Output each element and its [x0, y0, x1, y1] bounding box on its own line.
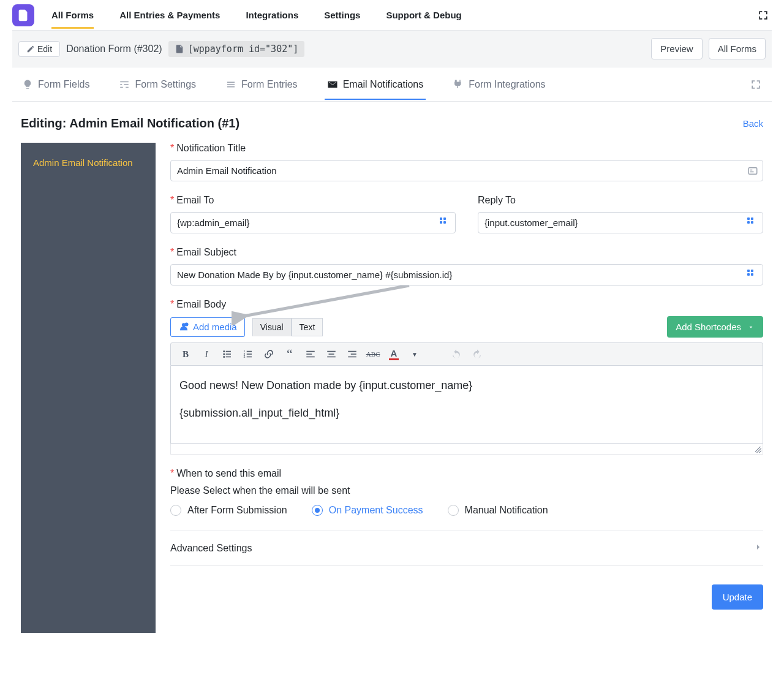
tab-form-settings[interactable]: Form Settings [116, 69, 198, 100]
text-color-dropdown[interactable]: ▼ [409, 348, 421, 360]
radio-after-submission[interactable]: After Form Submission [170, 505, 287, 516]
advanced-settings-label: Advanced Settings [170, 543, 252, 554]
add-media-label: Add media [193, 322, 237, 332]
svg-rect-2 [750, 169, 753, 170]
notification-title-input[interactable] [170, 160, 763, 181]
align-center-button[interactable] [325, 348, 337, 360]
top-tab-all-forms[interactable]: All Forms [51, 1, 94, 29]
plug-icon [453, 79, 464, 90]
align-right-button[interactable] [346, 348, 358, 360]
undo-button[interactable] [450, 348, 462, 360]
shortcode-chip[interactable]: [wppayform id="302"] [168, 41, 305, 57]
number-list-button[interactable]: 123 [242, 348, 254, 360]
notifications-sidebar: Admin Email Notification [21, 143, 156, 633]
top-tab-integrations[interactable]: Integrations [246, 1, 298, 29]
quote-button[interactable]: “ [284, 348, 296, 360]
add-shortcodes-label: Add Shortcodes [676, 322, 741, 332]
editor-toolbar: B I 123 “ ABC A ▼ [170, 342, 763, 366]
add-shortcodes-button[interactable]: Add Shortcodes [667, 316, 763, 338]
preview-button[interactable]: Preview [651, 38, 702, 59]
document-icon [175, 44, 184, 54]
label-email-subject: Email Subject [176, 247, 236, 258]
label-when-to-send: When to send this email [176, 468, 281, 479]
top-tab-entries-payments[interactable]: All Entries & Payments [119, 1, 220, 29]
svg-rect-8 [226, 353, 231, 355]
tab-form-entries[interactable]: Form Entries [223, 69, 300, 100]
svg-rect-16 [247, 357, 252, 358]
email-to-input[interactable] [170, 212, 456, 233]
sliders-icon [119, 79, 130, 90]
field-picker-icon[interactable] [747, 165, 758, 176]
pencil-icon [26, 45, 35, 53]
svg-rect-24 [351, 353, 356, 355]
tab-label: Form Fields [38, 79, 89, 90]
radio-manual-notification[interactable]: Manual Notification [448, 505, 548, 516]
advanced-settings-toggle[interactable]: Advanced Settings [170, 531, 763, 566]
svg-rect-25 [348, 357, 356, 358]
edit-form-button[interactable]: Edit [18, 41, 60, 57]
shortcode-text: [wppayform id="302"] [188, 43, 299, 55]
update-button[interactable]: Update [712, 584, 763, 610]
strikethrough-button[interactable]: ABC [367, 348, 379, 360]
tab-label: Form Settings [135, 79, 196, 90]
shortcode-picker-icon[interactable] [440, 217, 451, 229]
redo-button[interactable] [471, 348, 483, 360]
shortcode-picker-icon[interactable] [747, 217, 758, 229]
svg-rect-3 [750, 171, 754, 172]
radio-on-payment-success[interactable]: On Payment Success [312, 505, 423, 516]
label-email-to: Email To [176, 195, 214, 206]
top-tab-settings[interactable]: Settings [324, 1, 360, 29]
shortcode-picker-icon[interactable] [747, 270, 758, 281]
editor-tab-visual[interactable]: Visual [252, 318, 292, 336]
when-helper-text: Please Select when the email will be sen… [170, 485, 763, 496]
label-reply-to: Reply To [478, 195, 516, 206]
label-notification-title: Notification Title [176, 143, 246, 154]
email-body-editor[interactable]: Good news! New Donation made by {input.c… [170, 366, 763, 444]
reply-to-input[interactable] [478, 212, 763, 233]
lightbulb-icon [22, 79, 33, 90]
svg-rect-17 [306, 351, 315, 352]
notification-form: *Notification Title *Email To [170, 143, 763, 633]
form-tabs: Form Fields Form Settings Form Entries E… [12, 67, 772, 102]
link-button[interactable] [263, 348, 275, 360]
italic-button[interactable]: I [200, 348, 213, 360]
add-media-button[interactable]: Add media [170, 317, 245, 337]
svg-rect-12 [247, 351, 252, 352]
top-nav: All Forms All Entries & Payments Integra… [12, 0, 772, 31]
app-logo [12, 4, 34, 26]
svg-rect-10 [226, 357, 231, 358]
editor-tab-text[interactable]: Text [292, 318, 323, 336]
editor-line: {submission.all_input_field_html} [179, 404, 754, 422]
chevron-down-icon [747, 323, 755, 331]
bullet-list-button[interactable] [221, 348, 233, 360]
email-subject-input[interactable] [170, 264, 763, 285]
text-color-button[interactable]: A [388, 348, 400, 360]
edit-button-label: Edit [37, 44, 52, 54]
form-name-label: Donation Form (#302) [66, 43, 162, 55]
svg-text:3: 3 [244, 355, 246, 358]
align-left-button[interactable] [304, 348, 317, 360]
chevron-right-icon [753, 542, 763, 554]
editor-line: Good news! New Donation made by {input.c… [179, 377, 754, 395]
svg-point-4 [185, 322, 189, 326]
fullscreen-icon[interactable] [750, 78, 762, 91]
tab-email-notifications[interactable]: Email Notifications [325, 69, 426, 100]
tab-form-integrations[interactable]: Form Integrations [450, 69, 548, 100]
tab-label: Email Notifications [343, 79, 424, 90]
radio-label: Manual Notification [465, 505, 548, 516]
top-tab-support-debug[interactable]: Support & Debug [386, 1, 461, 29]
all-forms-button[interactable]: All Forms [709, 38, 766, 59]
tab-label: Form Entries [241, 79, 298, 90]
svg-point-7 [223, 353, 225, 355]
svg-rect-21 [329, 353, 334, 355]
radio-label: After Form Submission [187, 505, 287, 516]
tab-form-fields[interactable]: Form Fields [20, 69, 92, 100]
svg-point-9 [223, 356, 225, 358]
editor-resize-handle[interactable] [170, 444, 763, 455]
back-link[interactable]: Back [743, 118, 763, 129]
svg-rect-1 [748, 167, 757, 174]
fullscreen-icon[interactable] [757, 9, 769, 21]
bold-button[interactable]: B [179, 348, 192, 360]
sidebar-item-admin-email[interactable]: Admin Email Notification [21, 154, 156, 172]
svg-rect-14 [247, 353, 252, 355]
